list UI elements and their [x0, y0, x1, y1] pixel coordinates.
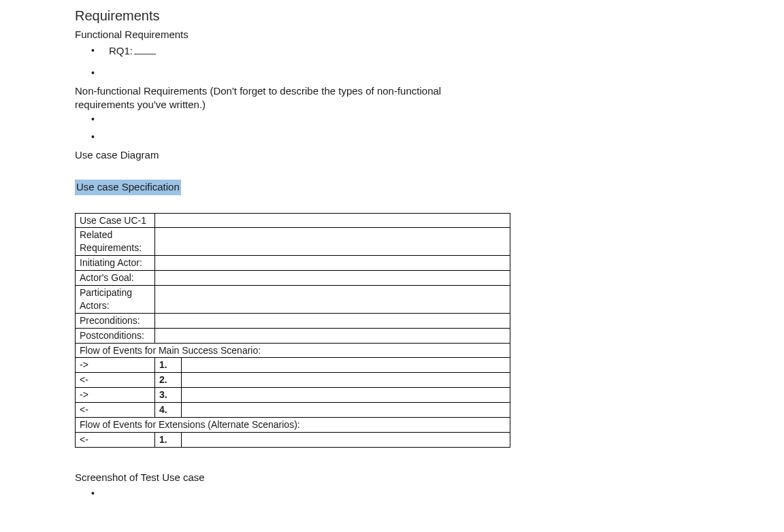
uc-value: [155, 256, 510, 271]
list-item: RQ1:: [103, 44, 784, 58]
nonfunctional-requirements-list: [75, 113, 784, 140]
table-row: -> 1.: [76, 358, 510, 373]
flow-desc: [182, 403, 510, 418]
table-row: Related Requirements:: [76, 228, 510, 256]
screenshot-list: [75, 487, 784, 497]
list-item: [103, 131, 784, 140]
flow-dir: ->: [76, 388, 155, 403]
table-row: -> 3.: [76, 388, 510, 403]
flow-num: 2.: [155, 373, 182, 388]
flow-num: 3.: [155, 388, 182, 403]
table-row: Use Case UC-1: [76, 213, 510, 228]
uc-label: Related Requirements:: [76, 228, 155, 256]
uc-label: Use Case UC-1: [76, 213, 155, 228]
uc-value: [155, 271, 510, 286]
table-row: Flow of Events for Main Success Scenario…: [76, 343, 510, 358]
flow-num: 1.: [155, 358, 182, 373]
flow-num: 4.: [155, 403, 182, 418]
flow-desc: [182, 388, 510, 403]
flow-dir: <-: [76, 373, 155, 388]
usecase-spec-heading: Use case Specification: [75, 180, 181, 195]
usecase-diagram-heading: Use case Diagram: [75, 148, 784, 162]
flow-desc: [182, 432, 510, 447]
list-item: [103, 67, 784, 76]
list-item: [103, 487, 784, 497]
uc-value: [155, 313, 510, 328]
uc-value: [155, 213, 510, 228]
table-row: Actor's Goal:: [76, 271, 510, 286]
blank-underline: [134, 45, 156, 55]
flow-desc: [182, 373, 510, 388]
flow-dir: <-: [76, 432, 155, 447]
table-row: <- 1.: [76, 432, 510, 447]
screenshot-test-usecase-heading: Screenshot of Test Use case: [75, 471, 784, 484]
usecase-spec-heading-wrapper: Use case Specification: [75, 180, 784, 195]
document-page: Requirements Functional Requirements RQ1…: [0, 0, 784, 532]
uc-value: [155, 228, 510, 256]
table-row: <- 4.: [76, 403, 510, 418]
flow-ext-header: Flow of Events for Extensions (Alternate…: [76, 417, 510, 432]
rq1-label: RQ1:: [103, 45, 133, 56]
table-row: Participating Actors:: [76, 285, 510, 313]
flow-desc: [182, 358, 510, 373]
table-row: Postconditions:: [76, 328, 510, 343]
uc-label: Actor's Goal:: [76, 271, 155, 286]
functional-requirements-heading: Functional Requirements: [75, 28, 784, 41]
uc-label: Participating Actors:: [76, 285, 155, 313]
table-row: Preconditions:: [76, 313, 510, 328]
flow-dir: ->: [76, 358, 155, 373]
flow-main-header: Flow of Events for Main Success Scenario…: [76, 343, 510, 358]
flow-dir: <-: [76, 403, 155, 418]
uc-value: [155, 285, 510, 313]
table-row: Flow of Events for Extensions (Alternate…: [76, 417, 510, 432]
nonfunctional-requirements-heading: Non-functional Requirements (Don't forge…: [75, 84, 456, 112]
uc-label: Preconditions:: [76, 313, 155, 328]
flow-num: 1.: [155, 432, 182, 447]
functional-requirements-list: RQ1:: [75, 44, 784, 76]
uc-label: Initiating Actor:: [76, 256, 155, 271]
table-row: Initiating Actor:: [76, 256, 510, 271]
uc-value: [155, 328, 510, 343]
list-item: [103, 113, 784, 122]
table-row: <- 2.: [76, 373, 510, 388]
uc-label: Postconditions:: [76, 328, 155, 343]
usecase-spec-table: Use Case UC-1 Related Requirements: Init…: [75, 213, 510, 448]
requirements-title: Requirements: [75, 7, 784, 25]
